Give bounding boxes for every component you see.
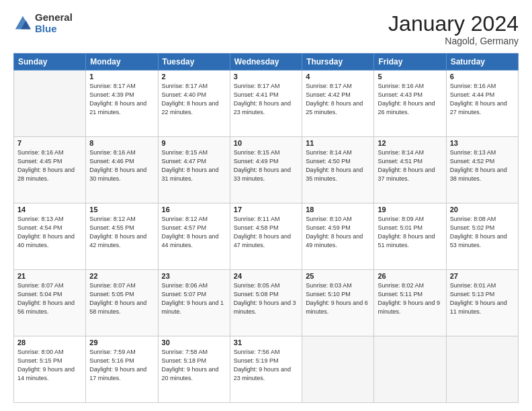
- day-info: Sunrise: 8:02 AM Sunset: 5:11 PM Dayligh…: [378, 281, 442, 316]
- sunrise-text: Sunrise: 8:01 AM: [450, 282, 496, 289]
- table-row: 31 Sunrise: 7:56 AM Sunset: 5:19 PM Dayl…: [230, 336, 302, 403]
- daylight-text: Daylight: 8 hours and 25 minutes.: [306, 100, 363, 116]
- sunset-text: Sunset: 4:40 PM: [162, 91, 207, 98]
- table-row: 16 Sunrise: 8:12 AM Sunset: 4:57 PM Dayl…: [158, 203, 230, 270]
- table-row: 25 Sunrise: 8:03 AM Sunset: 5:10 PM Dayl…: [302, 270, 374, 336]
- title-block: January 2024 Nagold, Germany: [388, 12, 519, 46]
- sunrise-text: Sunrise: 8:16 AM: [89, 149, 136, 156]
- day-info: Sunrise: 8:07 AM Sunset: 5:05 PM Dayligh…: [89, 281, 154, 316]
- sunset-text: Sunset: 5:11 PM: [378, 291, 423, 298]
- daylight-text: Daylight: 9 hours and 14 minutes.: [17, 366, 75, 381]
- day-number: 17: [234, 205, 298, 214]
- table-row: 3 Sunrise: 8:17 AM Sunset: 4:41 PM Dayli…: [230, 71, 302, 137]
- day-number: 13: [450, 139, 515, 147]
- daylight-text: Daylight: 8 hours and 53 minutes.: [450, 233, 507, 248]
- sunset-text: Sunset: 4:47 PM: [162, 158, 207, 165]
- calendar-week-row: 14 Sunrise: 8:13 AM Sunset: 4:54 PM Dayl…: [14, 203, 519, 270]
- header-friday: Friday: [374, 54, 446, 71]
- table-row: 6 Sunrise: 8:16 AM Sunset: 4:44 PM Dayli…: [446, 71, 518, 137]
- table-row: 27 Sunrise: 8:01 AM Sunset: 5:13 PM Dayl…: [446, 270, 518, 336]
- day-info: Sunrise: 8:03 AM Sunset: 5:10 PM Dayligh…: [306, 281, 370, 316]
- table-row: 20 Sunrise: 8:08 AM Sunset: 5:02 PM Dayl…: [446, 203, 518, 270]
- day-number: 1: [89, 73, 154, 81]
- day-number: 26: [378, 272, 442, 280]
- sunset-text: Sunset: 5:02 PM: [450, 224, 495, 231]
- sunset-text: Sunset: 4:54 PM: [17, 224, 62, 231]
- logo-general-text: General: [35, 12, 73, 24]
- day-number: 27: [450, 272, 515, 280]
- sunset-text: Sunset: 5:16 PM: [89, 357, 134, 364]
- table-row: 29 Sunrise: 7:59 AM Sunset: 5:16 PM Dayl…: [86, 336, 158, 403]
- calendar-location: Nagold, Germany: [388, 36, 519, 46]
- table-row: 26 Sunrise: 8:02 AM Sunset: 5:11 PM Dayl…: [374, 270, 446, 336]
- header-sunday: Sunday: [14, 54, 86, 71]
- day-number: 23: [162, 272, 226, 280]
- day-info: Sunrise: 8:16 AM Sunset: 4:45 PM Dayligh…: [17, 148, 82, 183]
- header-monday: Monday: [86, 54, 158, 71]
- day-number: 10: [234, 139, 298, 147]
- day-info: Sunrise: 8:10 AM Sunset: 4:59 PM Dayligh…: [306, 215, 370, 250]
- sunset-text: Sunset: 4:52 PM: [450, 158, 495, 165]
- daylight-text: Daylight: 8 hours and 38 minutes.: [450, 167, 507, 182]
- day-info: Sunrise: 7:59 AM Sunset: 5:16 PM Dayligh…: [89, 348, 154, 383]
- sunset-text: Sunset: 5:01 PM: [378, 224, 423, 231]
- day-number: 20: [450, 205, 515, 214]
- calendar-title: January 2024: [388, 12, 519, 36]
- sunrise-text: Sunrise: 8:08 AM: [450, 216, 496, 222]
- sunset-text: Sunset: 5:19 PM: [234, 357, 279, 364]
- logo-icon: [13, 14, 32, 33]
- day-info: Sunrise: 8:14 AM Sunset: 4:51 PM Dayligh…: [378, 148, 442, 183]
- sunrise-text: Sunrise: 8:12 AM: [162, 216, 208, 222]
- sunrise-text: Sunrise: 8:12 AM: [89, 216, 136, 222]
- table-row: 12 Sunrise: 8:14 AM Sunset: 4:51 PM Dayl…: [374, 137, 446, 203]
- calendar-week-row: 28 Sunrise: 8:00 AM Sunset: 5:15 PM Dayl…: [14, 336, 519, 403]
- table-row: 2 Sunrise: 8:17 AM Sunset: 4:40 PM Dayli…: [158, 71, 230, 137]
- table-row: 19 Sunrise: 8:09 AM Sunset: 5:01 PM Dayl…: [374, 203, 446, 270]
- table-row: 8 Sunrise: 8:16 AM Sunset: 4:46 PM Dayli…: [86, 137, 158, 203]
- sunset-text: Sunset: 4:49 PM: [234, 158, 279, 165]
- daylight-text: Daylight: 9 hours and 9 minutes.: [378, 300, 440, 315]
- sunrise-text: Sunrise: 8:13 AM: [17, 216, 64, 222]
- day-number: 19: [378, 205, 442, 214]
- table-row: 24 Sunrise: 8:05 AM Sunset: 5:08 PM Dayl…: [230, 270, 302, 336]
- sunset-text: Sunset: 5:05 PM: [89, 291, 134, 298]
- daylight-text: Daylight: 8 hours and 49 minutes.: [306, 233, 363, 248]
- day-number: 2: [162, 73, 226, 81]
- table-row: 17 Sunrise: 8:11 AM Sunset: 4:58 PM Dayl…: [230, 203, 302, 270]
- calendar-table: Sunday Monday Tuesday Wednesday Thursday…: [13, 53, 519, 403]
- table-row: 18 Sunrise: 8:10 AM Sunset: 4:59 PM Dayl…: [302, 203, 374, 270]
- daylight-text: Daylight: 8 hours and 31 minutes.: [162, 167, 219, 182]
- sunset-text: Sunset: 5:18 PM: [162, 357, 207, 364]
- sunrise-text: Sunrise: 8:10 AM: [306, 216, 352, 222]
- sunrise-text: Sunrise: 8:13 AM: [450, 149, 496, 156]
- sunrise-text: Sunrise: 7:58 AM: [162, 349, 208, 355]
- day-info: Sunrise: 8:12 AM Sunset: 4:55 PM Dayligh…: [89, 215, 154, 250]
- day-info: Sunrise: 8:13 AM Sunset: 4:54 PM Dayligh…: [17, 215, 82, 250]
- sunset-text: Sunset: 4:46 PM: [89, 158, 134, 165]
- day-info: Sunrise: 7:58 AM Sunset: 5:18 PM Dayligh…: [162, 348, 226, 383]
- daylight-text: Daylight: 8 hours and 56 minutes.: [17, 300, 75, 315]
- table-row: 7 Sunrise: 8:16 AM Sunset: 4:45 PM Dayli…: [14, 137, 86, 203]
- sunrise-text: Sunrise: 8:03 AM: [306, 282, 352, 289]
- sunrise-text: Sunrise: 8:15 AM: [162, 149, 208, 156]
- logo-blue-text: Blue: [35, 24, 73, 35]
- sunset-text: Sunset: 5:13 PM: [450, 291, 495, 298]
- day-number: 15: [89, 205, 154, 214]
- day-info: Sunrise: 8:05 AM Sunset: 5:08 PM Dayligh…: [234, 281, 298, 316]
- table-row: 22 Sunrise: 8:07 AM Sunset: 5:05 PM Dayl…: [86, 270, 158, 336]
- sunrise-text: Sunrise: 7:59 AM: [89, 349, 136, 355]
- day-number: 9: [162, 139, 226, 147]
- daylight-text: Daylight: 9 hours and 23 minutes.: [234, 366, 291, 381]
- calendar-week-row: 1 Sunrise: 8:17 AM Sunset: 4:39 PM Dayli…: [14, 71, 519, 137]
- table-row: 11 Sunrise: 8:14 AM Sunset: 4:50 PM Dayl…: [302, 137, 374, 203]
- daylight-text: Daylight: 9 hours and 3 minutes.: [234, 300, 296, 315]
- day-info: Sunrise: 8:17 AM Sunset: 4:39 PM Dayligh…: [89, 82, 154, 117]
- sunrise-text: Sunrise: 8:14 AM: [378, 149, 424, 156]
- day-number: 14: [17, 205, 82, 214]
- calendar-week-row: 21 Sunrise: 8:07 AM Sunset: 5:04 PM Dayl…: [14, 270, 519, 336]
- sunrise-text: Sunrise: 8:06 AM: [162, 282, 208, 289]
- page: General Blue January 2024 Nagold, German…: [0, 0, 532, 411]
- table-row: [374, 336, 446, 403]
- sunset-text: Sunset: 4:43 PM: [378, 91, 423, 98]
- day-info: Sunrise: 8:15 AM Sunset: 4:47 PM Dayligh…: [162, 148, 226, 183]
